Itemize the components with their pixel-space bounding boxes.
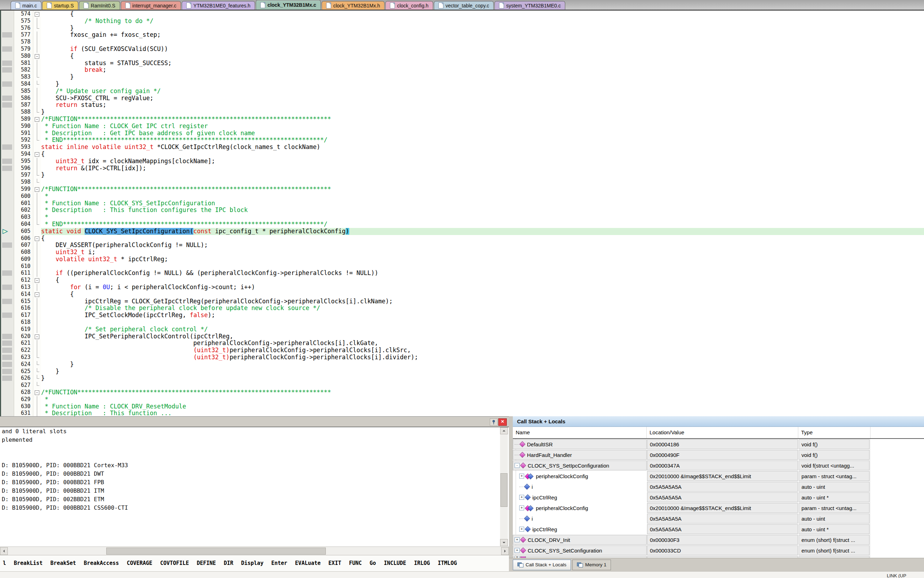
breakpoint-gutter[interactable] [1,249,14,256]
breakpoint-gutter[interactable] [1,312,14,319]
breakpoint-gutter[interactable] [1,158,14,165]
column-header-name[interactable]: Name [513,427,647,438]
softkey-Enter[interactable]: Enter [271,560,287,566]
softkey-ITMLOG[interactable]: ITMLOG [438,560,457,566]
code-text[interactable]: IPC_SetClockMode(ipcCtrlReg, false); [41,312,924,319]
breakpoint-gutter[interactable] [1,277,14,284]
breakpoint-gutter[interactable] [1,172,14,179]
file-tab-interrupt_manager.c[interactable]: interrupt_manager.c [121,1,181,10]
code-text[interactable]: * [41,214,924,221]
breakpoint-gutter[interactable] [1,361,14,368]
breakpoint-gutter[interactable] [1,88,14,95]
softkey-BreakSet[interactable]: BreakSet [50,560,76,566]
breakpoint-gutter[interactable] [1,53,14,60]
code-text[interactable]: fxosc_gain += fxosc_step; [41,31,924,39]
file-tab-RamInit0.S[interactable]: RamInit0.S [79,1,120,10]
code-text[interactable]: SCU->FXOSC_CTRL = regValue; [41,95,924,102]
fold-collapse-icon[interactable]: − [35,117,39,122]
code-text[interactable]: /*FUNCTION******************************… [41,389,924,396]
breakpoint-gutter[interactable] [1,340,14,347]
code-text[interactable]: volatile uint32_t * ipcCtrlReg; [41,256,924,263]
breakpoint-gutter[interactable] [1,144,14,151]
file-tab-startup.S[interactable]: startup.S [42,1,78,10]
breakpoint-gutter[interactable] [1,31,14,39]
code-text[interactable]: ipcCtrlReg = CLOCK_GetIpcCtrlReg(periphe… [41,298,924,305]
code-text[interactable]: } [41,109,924,116]
callstack-row[interactable]: +CLOCK_DRV_Init0x000030F3enum (short) f(… [513,534,924,545]
code-text[interactable]: } [41,368,924,375]
vertical-scroll-thumb[interactable] [500,473,508,507]
code-text[interactable]: } [41,361,924,368]
code-text[interactable]: (uint32_t)peripheralClockConfig->periphe… [41,354,924,361]
breakpoint-gutter[interactable] [1,319,14,326]
softkey-l[interactable]: l [3,560,6,566]
scroll-up-icon[interactable] [500,427,508,434]
code-text[interactable]: /* Nothing to do */ [41,18,924,25]
breakpoint-gutter[interactable] [1,333,14,340]
fold-collapse-icon[interactable]: − [35,292,39,297]
code-text[interactable]: /* Update user config gain */ [41,88,924,95]
expand-icon[interactable]: + [519,495,524,500]
code-text[interactable]: } [41,25,924,32]
breakpoint-gutter[interactable] [1,368,14,375]
callstack-row[interactable]: i0x5A5A5A5Aauto - uint [513,513,924,524]
breakpoint-gutter[interactable] [1,375,14,382]
expand-icon[interactable]: + [515,537,519,542]
fold-collapse-icon[interactable]: − [35,390,39,395]
code-text[interactable]: * Function Name : CLOCK_DRV_ResetModule [41,403,924,410]
code-text[interactable]: if (SCU_GetFXOSCValid(SCU)) [41,45,924,53]
file-tab-system_YTM32B1ME0.c[interactable]: system_YTM32B1ME0.c [495,1,565,10]
scroll-down-icon[interactable] [500,539,508,546]
breakpoint-gutter[interactable] [1,45,14,53]
file-tab-vector_table_copy.c[interactable]: vector_table_copy.c [434,1,494,10]
breakpoint-gutter[interactable] [1,389,14,396]
fold-collapse-icon[interactable]: − [35,187,39,192]
softkey-DIR[interactable]: DIR [224,560,233,566]
code-text[interactable]: /* Disable the peripheral clock before u… [41,305,924,312]
breakpoint-gutter[interactable] [1,235,14,242]
softkey-BreakAccess[interactable]: BreakAccess [84,560,119,566]
code-text[interactable]: return status; [41,102,924,109]
console-vertical-scrollbar[interactable] [500,427,508,546]
breakpoint-gutter[interactable] [1,347,14,354]
breakpoint-gutter[interactable] [1,165,14,172]
breakpoint-gutter[interactable] [1,256,14,263]
breakpoint-gutter[interactable] [1,193,14,200]
code-text[interactable] [41,319,924,326]
code-text[interactable]: status = STATUS_SUCCESS; [41,60,924,67]
column-header-type[interactable]: Type [798,427,870,438]
expand-icon[interactable]: + [519,474,524,479]
code-text[interactable] [41,39,924,45]
softkey-COVERAGE[interactable]: COVERAGE [127,560,152,566]
expand-icon[interactable]: + [519,505,524,510]
code-text[interactable]: /*FUNCTION******************************… [41,116,924,123]
code-text[interactable]: * Function Name : CLOCK_SYS_SetIpcConfig… [41,200,924,207]
breakpoint-gutter[interactable] [1,284,14,291]
breakpoint-gutter[interactable] [1,18,14,25]
breakpoint-gutter[interactable] [1,291,14,298]
breakpoint-gutter[interactable] [1,305,14,312]
code-text[interactable]: uint32_t i; [41,249,924,256]
fold-collapse-icon[interactable]: − [35,278,39,283]
scroll-left-icon[interactable] [0,547,8,555]
breakpoint-gutter[interactable] [1,130,14,137]
fold-collapse-icon[interactable]: − [35,334,39,339]
code-text[interactable]: { [41,151,924,158]
breakpoint-gutter[interactable] [1,200,14,207]
softkey-FUNC[interactable]: FUNC [349,560,361,566]
code-text[interactable]: { [41,235,924,242]
code-text[interactable]: * END***********************************… [41,136,924,144]
breakpoint-gutter[interactable] [1,214,14,221]
breakpoint-gutter[interactable] [1,186,14,193]
callstack-row[interactable]: HardFault_Handler0x0000490Fvoid f() [513,450,924,460]
code-text[interactable]: break; [41,67,924,74]
softkey-Display[interactable]: Display [241,560,264,566]
code-text[interactable]: (uint32_t)peripheralClockConfig->periphe… [41,347,924,354]
close-icon[interactable]: ✕ [498,418,507,426]
breakpoint-gutter[interactable] [1,81,14,88]
callstack-row[interactable]: +ipcCtrlReg0x5A5A5A5Aauto - uint * [513,492,924,503]
breakpoint-gutter[interactable] [1,25,14,32]
callstack-row[interactable]: +peripheralClockConfig0x20010000 &Image$… [513,471,924,481]
softkey-Go[interactable]: Go [370,560,376,566]
breakpoint-gutter[interactable] [1,382,14,389]
